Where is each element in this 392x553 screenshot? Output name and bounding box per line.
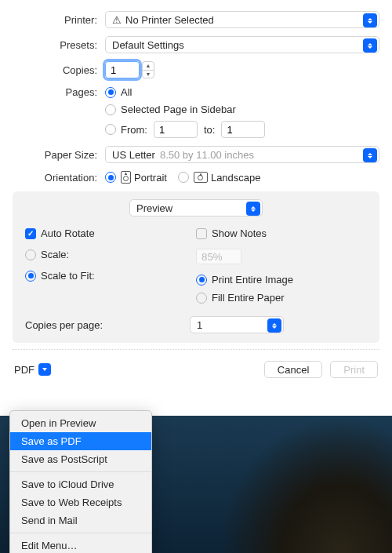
menu-divider	[10, 533, 151, 533]
pages-from-label: From:	[121, 124, 147, 136]
app-options-value: Preview	[136, 202, 172, 214]
pages-all-radio[interactable]	[105, 87, 116, 98]
presets-label: Presets:	[13, 39, 105, 51]
pages-selected-radio[interactable]	[105, 104, 116, 115]
orientation-portrait-text: Portrait	[134, 172, 167, 184]
show-notes-text: Show Notes	[212, 227, 267, 239]
scale-radio[interactable]	[25, 249, 36, 260]
paper-size-value: US Letter	[112, 149, 155, 161]
pages-all-text: All	[121, 86, 132, 98]
auto-rotate-text: Auto Rotate	[41, 227, 95, 239]
divider	[13, 349, 379, 350]
pdf-menu-item[interactable]: Send in Mail	[10, 511, 151, 529]
landscape-icon	[194, 172, 208, 183]
orientation-portrait-radio[interactable]	[105, 172, 116, 183]
fill-entire-radio[interactable]	[196, 293, 207, 304]
cancel-button[interactable]: Cancel	[264, 361, 322, 378]
paper-size-select[interactable]: US Letter 8.50 by 11.00 inches	[105, 146, 379, 163]
pages-selected-text: Selected Page in Sidebar	[121, 104, 236, 115]
show-notes-checkbox[interactable]	[196, 228, 207, 239]
pdf-menu-item[interactable]: Save to iCloud Drive	[10, 475, 151, 493]
printer-select[interactable]: ⚠︎ No Printer Selected	[105, 11, 379, 28]
paper-size-dims: 8.50 by 11.00 inches	[160, 149, 254, 161]
scale-to-fit-text: Scale to Fit:	[41, 270, 95, 282]
pdf-dropdown-menu: Open in PreviewSave as PDFSave as PostSc…	[9, 410, 152, 553]
presets-value: Default Settings	[112, 39, 184, 51]
pdf-menu-button[interactable]: PDF	[14, 362, 51, 377]
pages-to-label: to:	[204, 124, 215, 136]
pdf-menu-item[interactable]: Open in Preview	[10, 414, 151, 432]
app-options-select[interactable]: Preview	[129, 199, 263, 216]
pdf-menu-item[interactable]: Save as PDF	[10, 432, 151, 450]
orientation-landscape-text: Landscape	[211, 172, 261, 184]
warning-icon: ⚠︎	[112, 14, 122, 26]
scale-text: Scale:	[41, 249, 69, 260]
copies-per-page-value: 1	[197, 319, 202, 331]
paper-size-label: Paper Size:	[13, 149, 105, 161]
printer-value: No Printer Selected	[125, 14, 214, 26]
portrait-icon	[121, 171, 131, 184]
print-button[interactable]: Print	[330, 361, 378, 378]
pdf-menu-item[interactable]: Edit Menu…	[10, 537, 151, 553]
orientation-label: Orientation:	[13, 172, 105, 184]
printer-label: Printer:	[13, 14, 105, 26]
app-options-panel: Preview Auto Rotate Scale: Scale to Fit:	[13, 191, 379, 343]
chevron-down-icon	[38, 363, 51, 376]
pages-from-radio[interactable]	[105, 124, 116, 135]
stepper-up-icon[interactable]: ▲	[143, 62, 154, 71]
print-dialog: Printer: ⚠︎ No Printer Selected Presets:…	[0, 0, 392, 386]
print-entire-text: Print Entire Image	[212, 274, 293, 286]
scale-value-input[interactable]	[196, 249, 241, 264]
dropdown-caret-icon	[246, 202, 260, 216]
presets-select[interactable]: Default Settings	[105, 36, 379, 53]
stepper-down-icon[interactable]: ▼	[143, 71, 154, 78]
auto-rotate-checkbox[interactable]	[25, 228, 36, 239]
pages-from-input[interactable]	[154, 121, 198, 138]
menu-divider	[10, 471, 151, 472]
dropdown-caret-icon	[363, 148, 377, 162]
copies-per-page-select[interactable]: 1	[190, 316, 284, 333]
pages-to-input[interactable]	[221, 121, 265, 138]
pdf-menu-item[interactable]: Save to Web Receipts	[10, 493, 151, 511]
scale-to-fit-radio[interactable]	[25, 271, 36, 282]
pdf-menu-item[interactable]: Save as PostScript	[10, 450, 151, 468]
print-entire-radio[interactable]	[196, 275, 207, 286]
orientation-landscape-radio[interactable]	[178, 172, 189, 183]
pdf-menu-label: PDF	[14, 364, 34, 376]
copies-input[interactable]	[105, 61, 140, 78]
copies-stepper[interactable]: ▲ ▼	[142, 61, 154, 78]
copies-per-page-label: Copies per page:	[25, 319, 190, 331]
pages-label: Pages:	[13, 86, 105, 98]
dropdown-caret-icon	[363, 38, 377, 53]
dropdown-caret-icon	[267, 318, 281, 333]
dropdown-caret-icon	[363, 13, 377, 27]
fill-entire-text: Fill Entire Paper	[212, 292, 284, 304]
copies-label: Copies:	[13, 64, 105, 76]
